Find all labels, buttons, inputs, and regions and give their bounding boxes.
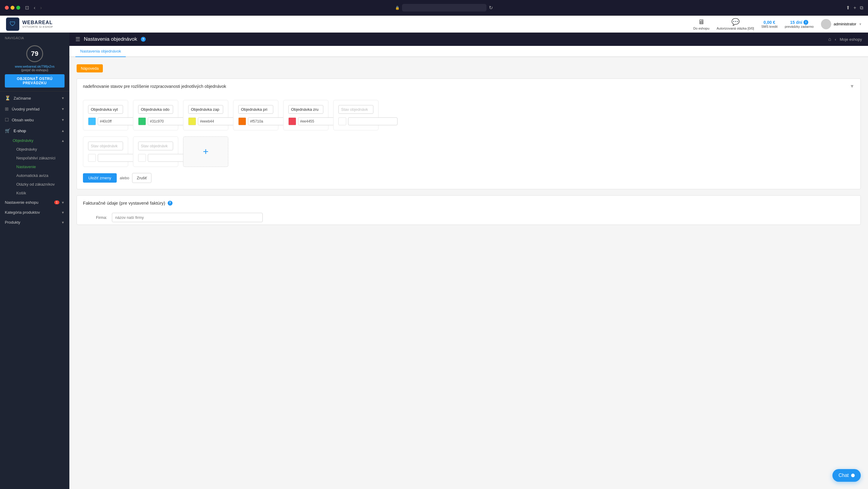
brand-tagline: VYTVORTE SI ESHOP (22, 25, 53, 29)
home-icon[interactable]: ⌂ (828, 36, 831, 42)
breadcrumb-moje-eshopy[interactable]: Moje eshopy (840, 37, 862, 42)
card-name-input-3[interactable] (188, 105, 223, 114)
sidebar-sub-kosik[interactable]: Košík (16, 189, 69, 197)
card-name-input-5[interactable] (288, 105, 323, 114)
minimize-btn[interactable] (10, 6, 14, 10)
close-btn[interactable] (5, 6, 9, 10)
eshop-label: E-shop (13, 128, 26, 133)
url-input[interactable]: webareal.sk (402, 4, 487, 11)
add-status-card[interactable]: + (183, 137, 228, 167)
save-button[interactable]: Uložiť zmeny (83, 173, 117, 183)
hourglass-icon: ⏳ (5, 95, 10, 101)
tabs-icon[interactable]: ⧉ (860, 5, 863, 10)
info-icon[interactable]: i (803, 20, 808, 25)
browser-controls: ⊡ ‹ › (5, 5, 42, 10)
color-swatch-1[interactable] (88, 117, 96, 125)
sidebar-item-kategoria[interactable]: Kategória produktov ▼ (0, 207, 69, 217)
sidebar-sub-nastavenie[interactable]: Nastavenie (16, 163, 69, 171)
chat-button[interactable]: Chat (832, 469, 861, 482)
forward-icon[interactable]: › (40, 5, 42, 10)
hamburger-icon[interactable]: ☰ (75, 36, 80, 42)
share-icon[interactable]: ⬆ (846, 5, 850, 10)
sidebar-url-link[interactable]: www.webareal.sk/798jx2vs (15, 65, 54, 68)
sms-label: SMS kredit (761, 25, 777, 28)
content-header-right: ⌂ ‹ Moje eshopy (828, 36, 862, 42)
sidebar-sub-objednavky[interactable]: Objednávky (16, 145, 69, 154)
do-eshopu-action[interactable]: 🖥 Do eshopu (693, 18, 709, 30)
sidebar-item-eshop[interactable]: 🛒 E-shop ▲ (0, 125, 69, 136)
card-name-input-4[interactable] (238, 105, 273, 114)
maximize-btn[interactable] (16, 6, 20, 10)
logo-box: 🛡 (6, 18, 19, 31)
trial-label: prevádzky zadarmo (785, 25, 814, 28)
firma-input[interactable] (112, 213, 263, 222)
sms-kredit-action[interactable]: 0,00 € SMS kredit (761, 20, 777, 28)
content-header-left: ☰ Nastavenia objednávok ? (75, 36, 146, 42)
color-row-3 (188, 117, 223, 125)
card-name-input-6[interactable] (338, 105, 373, 114)
status-card-2 (133, 100, 178, 131)
color-swatch-6[interactable] (338, 117, 346, 125)
card-name-input-7[interactable] (88, 142, 123, 150)
chevron-down-icon: ▼ (61, 107, 65, 111)
color-swatch-5[interactable] (288, 117, 296, 125)
status-accordion: nadefinovanie stavov pre rozlíšenie rozp… (76, 79, 861, 189)
cancel-button[interactable]: Zrušiť (132, 173, 151, 183)
card-name-input-1[interactable] (88, 105, 123, 114)
user-chevron-icon: ▼ (859, 22, 862, 26)
sidebar-toggle-icon[interactable]: ⊡ (25, 5, 29, 10)
color-swatch-7[interactable] (88, 154, 96, 162)
sidebar-item-produkty[interactable]: Produkty ▼ (0, 217, 69, 227)
status-card-1 (83, 100, 128, 131)
chevron-down-icon: ▼ (61, 211, 65, 214)
page-title: Nastavenia objednávok (84, 36, 137, 42)
order-btn[interactable]: OBJEDNAŤ OSTRÚ PREVÁDZKU (5, 74, 65, 88)
color-swatch-8[interactable] (138, 154, 146, 162)
help-icon[interactable]: ? (141, 37, 146, 42)
fakturacne-help-icon[interactable]: ? (168, 201, 173, 206)
grid-icon: ⊞ (5, 106, 9, 112)
color-swatch-2[interactable] (138, 117, 146, 125)
sidebar-sub-objednavky-parent[interactable]: Objednávky ▲ (13, 136, 69, 145)
brand-name: WEBAREAL (22, 20, 53, 25)
color-input-6[interactable] (348, 117, 398, 125)
chevron-down-icon: ▼ (61, 221, 65, 224)
page-body: Nápoveda nadefinovanie stavov pre rozlíš… (69, 57, 868, 238)
section-header[interactable]: nadefinovanie stavov pre rozlíšenie rozp… (77, 79, 861, 94)
card-name-input-2[interactable] (138, 105, 173, 114)
color-swatch-3[interactable] (188, 117, 196, 125)
trial-action[interactable]: 15 dní i prevádzky zadarmo (785, 20, 814, 28)
zaciname-label: Začíname (13, 96, 31, 100)
main-layout: Navigácia 79 www.webareal.sk/798jx2vs (p… (0, 33, 868, 489)
notification-badge: 1 (54, 200, 60, 204)
chevron-down-icon: ▼ (61, 118, 65, 122)
sidebar-sub-otazky[interactable]: Otázky od zákazníkov (16, 180, 69, 189)
sidebar-item-zaciname[interactable]: ⏳ Začíname ▼ (0, 93, 69, 104)
sidebar-item-nastavenie-eshopu[interactable]: Nastavenie eshopu 1 ▼ (0, 197, 69, 207)
sidebar-item-obsah[interactable]: ☐ Obsah webu ▼ (0, 114, 69, 125)
user-name: administrator (834, 22, 856, 26)
chevron-up-icon: ▲ (61, 129, 65, 133)
sidebar-sub-nespol[interactable]: Nespoľahliví zákazníci (16, 154, 69, 163)
card-name-input-8[interactable] (138, 142, 173, 150)
new-tab-icon[interactable]: + (854, 5, 856, 10)
chat-action[interactable]: 💬 Autorizovaná otázka [0/0] (717, 18, 754, 30)
napoveda-button[interactable]: Nápoveda (76, 64, 103, 73)
color-swatch-4[interactable] (238, 117, 246, 125)
chat-label: Chat (838, 473, 849, 478)
chevron-down-icon: ▼ (849, 84, 855, 89)
url-area: 🔒 webareal.sk ↻ (395, 4, 493, 11)
user-area[interactable]: administrator ▼ (821, 19, 862, 29)
back-icon[interactable]: ‹ (34, 5, 35, 10)
sidebar-sub-aviza[interactable]: Automatická avíza (16, 171, 69, 180)
chevron-down-icon: ▼ (61, 201, 65, 204)
reload-icon[interactable]: ↻ (489, 5, 493, 10)
tab-nastavenia[interactable]: Nastavenia objednávok (75, 46, 126, 57)
fakturacne-header: Fakturačné údaje (pre vystavené faktúry)… (77, 196, 861, 210)
breadcrumb-separator: ‹ (835, 37, 836, 42)
status-card-3 (183, 100, 228, 131)
logo-text: WEBAREAL VYTVORTE SI ESHOP (22, 20, 53, 29)
sidebar-score: 79 (26, 45, 43, 62)
chat-bubble-icon: 💬 (732, 18, 740, 26)
sidebar-item-uvod[interactable]: ⊞ Úvodný prehľad ▼ (0, 104, 69, 114)
